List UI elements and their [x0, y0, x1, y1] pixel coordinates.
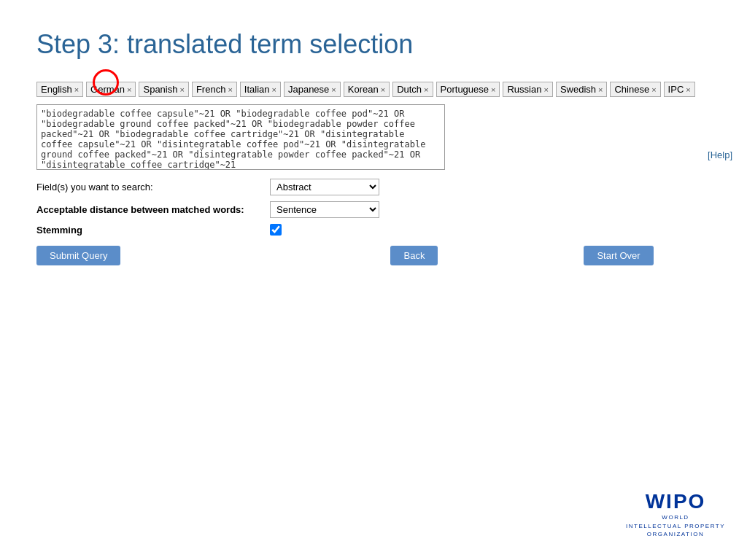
- tag-close-dutch[interactable]: ×: [424, 85, 428, 94]
- tag-italian[interactable]: Italian×: [240, 82, 281, 97]
- tag-label-japanese: Japanese: [288, 84, 329, 95]
- wipo-brand: WIPO: [626, 490, 725, 513]
- tag-label-swedish: Swedish: [560, 84, 596, 95]
- tag-close-russian[interactable]: ×: [543, 85, 548, 94]
- tag-russian[interactable]: Russian×: [503, 82, 552, 97]
- wipo-logo: WIPO WORLD INTELLECTUAL PROPERTY ORGANIZ…: [626, 490, 725, 538]
- tag-japanese[interactable]: Japanese×: [284, 82, 341, 97]
- tag-close-spanish[interactable]: ×: [179, 85, 184, 94]
- tag-label-portuguese: Portuguese: [441, 84, 489, 95]
- stemming-row: Stemming: [36, 224, 711, 236]
- tag-close-ipc[interactable]: ×: [686, 85, 690, 94]
- back-button[interactable]: Back: [390, 246, 438, 265]
- tag-label-french: French: [196, 84, 225, 95]
- tag-label-english: English: [41, 84, 72, 95]
- distance-label: Acceptable distance between matched word…: [36, 204, 270, 215]
- tag-label-ipc: IPC: [668, 84, 684, 95]
- language-tags: English×German×Spanish×French×Italian×Ja…: [36, 82, 711, 97]
- tag-french[interactable]: French×: [192, 82, 237, 97]
- tag-portuguese[interactable]: Portuguese×: [436, 82, 500, 97]
- tag-close-italian[interactable]: ×: [272, 85, 276, 94]
- tag-dutch[interactable]: Dutch×: [392, 82, 433, 97]
- page-title: Step 3: translated term selection: [0, 0, 747, 82]
- tag-korean[interactable]: Korean×: [344, 82, 390, 97]
- start-over-button[interactable]: Start Over: [584, 246, 653, 265]
- tag-label-spanish: Spanish: [143, 84, 177, 95]
- tag-german[interactable]: German×: [86, 82, 136, 97]
- distance-row: Acceptable distance between matched word…: [36, 201, 711, 218]
- distance-select[interactable]: SentenceParagraphDocument: [270, 201, 379, 218]
- tag-ipc[interactable]: IPC×: [664, 82, 695, 97]
- tag-close-chinese[interactable]: ×: [651, 85, 656, 94]
- tag-label-dutch: Dutch: [397, 84, 422, 95]
- wipo-subtitle: WORLD INTELLECTUAL PROPERTY ORGANIZATION: [626, 513, 725, 538]
- tag-swedish[interactable]: Swedish×: [556, 82, 608, 97]
- stemming-label: Stemming: [36, 225, 270, 236]
- stemming-checkbox[interactable]: [270, 224, 282, 236]
- tag-close-korean[interactable]: ×: [381, 85, 385, 94]
- fields-label: Field(s) you want to search:: [36, 182, 270, 192]
- tag-english[interactable]: English×: [36, 82, 83, 97]
- help-link[interactable]: [Help]: [708, 149, 732, 160]
- fields-row: Field(s) you want to search: AbstractCla…: [36, 179, 711, 195]
- tag-chinese[interactable]: Chinese×: [610, 82, 660, 97]
- tag-close-english[interactable]: ×: [74, 85, 79, 94]
- tag-label-korean: Korean: [348, 84, 379, 95]
- tag-spanish[interactable]: Spanish×: [139, 82, 188, 97]
- tag-label-chinese: Chinese: [614, 84, 649, 95]
- tag-close-portuguese[interactable]: ×: [491, 85, 495, 94]
- tag-close-japanese[interactable]: ×: [331, 85, 336, 94]
- submit-button[interactable]: Submit Query: [36, 246, 120, 265]
- tag-close-french[interactable]: ×: [228, 85, 232, 94]
- buttons-row: Submit Query Back Start Over: [36, 246, 711, 265]
- query-textarea[interactable]: [36, 104, 445, 170]
- fields-select[interactable]: AbstractClaimsDescriptionTitle: [270, 179, 379, 195]
- tag-close-german[interactable]: ×: [127, 85, 131, 94]
- tag-label-german: German: [90, 84, 125, 95]
- tag-label-italian: Italian: [244, 84, 270, 95]
- tag-close-swedish[interactable]: ×: [598, 85, 603, 94]
- main-content: English×German×Spanish×French×Italian×Ja…: [0, 82, 747, 265]
- tag-label-russian: Russian: [507, 84, 541, 95]
